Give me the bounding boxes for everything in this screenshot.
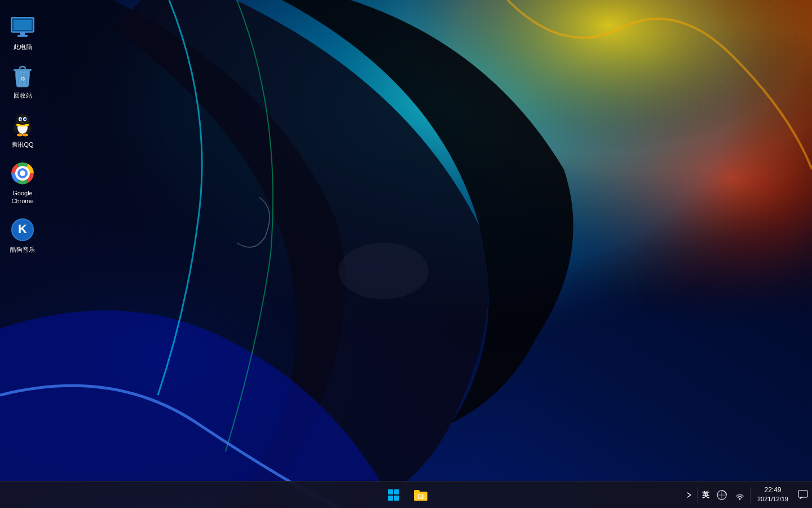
- start-button[interactable]: [380, 481, 407, 509]
- date-display: 2021/12/19: [757, 495, 788, 503]
- svg-rect-11: [20, 32, 25, 35]
- datetime-display[interactable]: 22:49 2021/12/19: [752, 481, 794, 508]
- desktop-icon-my-computer[interactable]: 此电脑: [0, 9, 45, 55]
- svg-rect-12: [17, 35, 28, 37]
- desktop-icon-google-chrome-label: Google Chrome: [2, 189, 43, 205]
- svg-text:K: K: [18, 222, 27, 236]
- kugou-icon: K: [9, 216, 36, 243]
- tray-divider-2: [750, 487, 751, 503]
- notification-center-button[interactable]: [794, 486, 812, 504]
- desktop-icon-google-chrome[interactable]: Google Chrome: [0, 155, 45, 210]
- network-button[interactable]: [731, 481, 749, 508]
- svg-rect-13: [14, 69, 32, 71]
- svg-line-16: [26, 73, 27, 85]
- desktop-icon-recycle-bin-label: 回收站: [14, 91, 32, 99]
- ime-button[interactable]: [713, 481, 731, 508]
- language-indicator[interactable]: 英: [699, 481, 713, 508]
- svg-point-20: [16, 114, 29, 125]
- svg-rect-39: [394, 489, 399, 494]
- svg-point-32: [20, 170, 25, 176]
- svg-rect-41: [394, 496, 399, 501]
- svg-rect-50: [798, 491, 807, 497]
- show-hidden-icons-button[interactable]: [682, 488, 696, 502]
- desktop-icon-kugou-music-label: 酷狗音乐: [10, 246, 35, 253]
- qq-icon: [9, 111, 36, 138]
- svg-point-25: [20, 119, 21, 120]
- desktop-icon-my-computer-label: 此电脑: [14, 43, 32, 51]
- chrome-icon: [9, 160, 36, 187]
- recycle-bin-icon: ♻: [9, 62, 36, 89]
- desktop-icon-kugou-music[interactable]: K 酷狗音乐: [0, 212, 45, 258]
- taskbar-center: [380, 481, 432, 509]
- time-display: 22:49: [764, 485, 781, 495]
- desktop-icon-qq-label: 腾讯QQ: [11, 141, 33, 148]
- svg-point-28: [23, 133, 28, 136]
- svg-line-14: [19, 73, 19, 85]
- monitor-icon: [9, 14, 36, 41]
- svg-point-49: [739, 498, 740, 500]
- svg-text:♻: ♻: [20, 76, 25, 82]
- svg-rect-40: [388, 496, 393, 501]
- tray-divider-1: [697, 487, 698, 503]
- wallpaper-overlay: [0, 0, 812, 508]
- svg-point-27: [17, 133, 23, 136]
- desktop-icon-qq[interactable]: 腾讯QQ: [0, 107, 45, 153]
- svg-point-26: [25, 119, 26, 120]
- file-explorer-button[interactable]: [409, 484, 432, 506]
- svg-rect-10: [14, 20, 32, 30]
- language-text: 英: [702, 490, 709, 500]
- desktop-icons: 此电脑 ♻ 回收站: [0, 0, 45, 270]
- svg-point-7: [338, 243, 429, 299]
- system-tray: 英 22:49 2021/12/19: [682, 481, 812, 508]
- svg-rect-38: [388, 489, 393, 494]
- desktop-icon-recycle-bin[interactable]: ♻ 回收站: [0, 58, 45, 104]
- taskbar: 英 22:49 2021/12/19: [0, 481, 812, 508]
